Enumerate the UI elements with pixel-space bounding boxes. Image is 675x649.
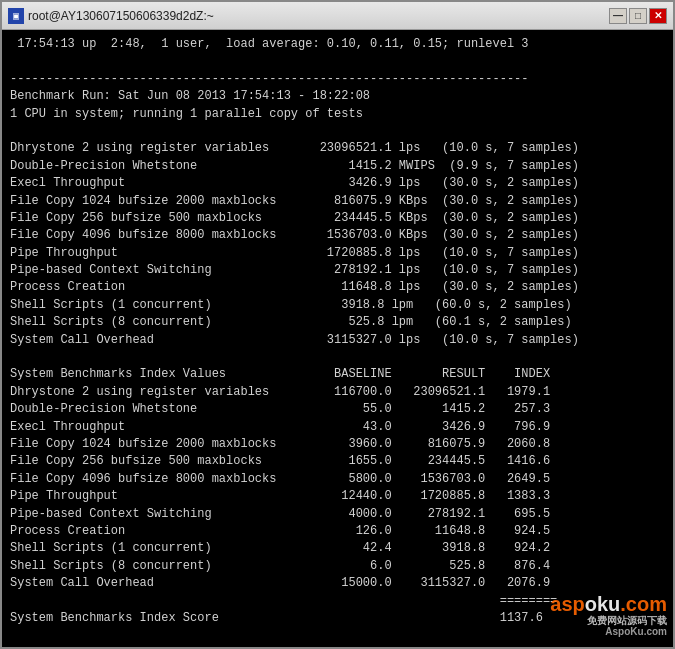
title-bar-left: ▣ root@AY130607150606339d2dZ:~ bbox=[8, 8, 214, 24]
maximize-button[interactable]: □ bbox=[629, 8, 647, 24]
window-title: root@AY130607150606339d2dZ:~ bbox=[28, 9, 214, 23]
title-bar: ▣ root@AY130607150606339d2dZ:~ — □ ✕ bbox=[2, 2, 673, 30]
window-icon: ▣ bbox=[8, 8, 24, 24]
terminal-window: ▣ root@AY130607150606339d2dZ:~ — □ ✕ 17:… bbox=[0, 0, 675, 649]
close-button[interactable]: ✕ bbox=[649, 8, 667, 24]
window-controls: — □ ✕ bbox=[609, 8, 667, 24]
minimize-button[interactable]: — bbox=[609, 8, 627, 24]
terminal-output[interactable]: 17:54:13 up 2:48, 1 user, load average: … bbox=[2, 30, 673, 647]
scroll-area: 17:54:13 up 2:48, 1 user, load average: … bbox=[2, 30, 673, 647]
